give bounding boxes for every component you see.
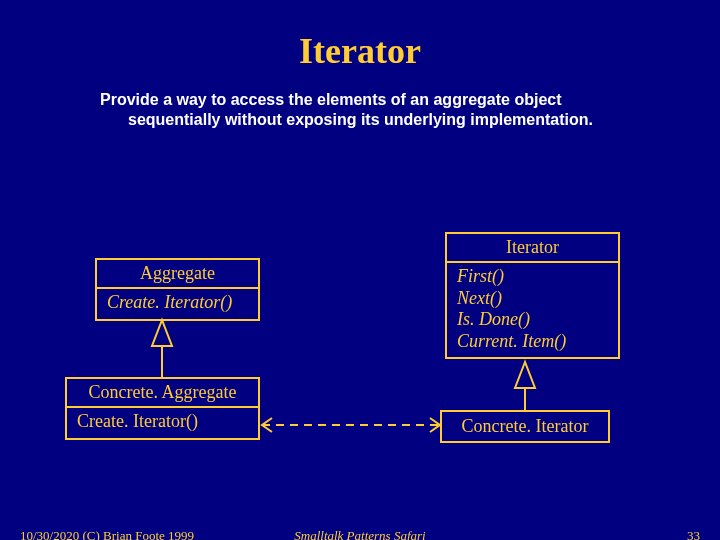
uml-class-ops: Create. Iterator()	[67, 408, 258, 438]
svg-marker-3	[515, 362, 535, 388]
uml-class-concrete-iterator: Concrete. Iterator	[440, 410, 610, 443]
uml-class-name: Iterator	[447, 234, 618, 263]
uml-class-ops: First() Next() Is. Done() Current. Item(…	[447, 263, 618, 357]
uml-class-aggregate: Aggregate Create. Iterator()	[95, 258, 260, 321]
uml-class-name: Concrete. Aggregate	[67, 379, 258, 408]
footer-title: Smalltalk Patterns Safari	[0, 528, 720, 540]
svg-marker-1	[152, 320, 172, 346]
slide-title: Iterator	[0, 30, 720, 72]
uml-class-concrete-aggregate: Concrete. Aggregate Create. Iterator()	[65, 377, 260, 440]
slide-description: Provide a way to access the elements of …	[100, 90, 640, 130]
uml-class-name: Aggregate	[97, 260, 258, 289]
uml-class-ops: Create. Iterator()	[97, 289, 258, 319]
slide-number: 33	[687, 528, 700, 540]
uml-class-iterator: Iterator First() Next() Is. Done() Curre…	[445, 232, 620, 359]
